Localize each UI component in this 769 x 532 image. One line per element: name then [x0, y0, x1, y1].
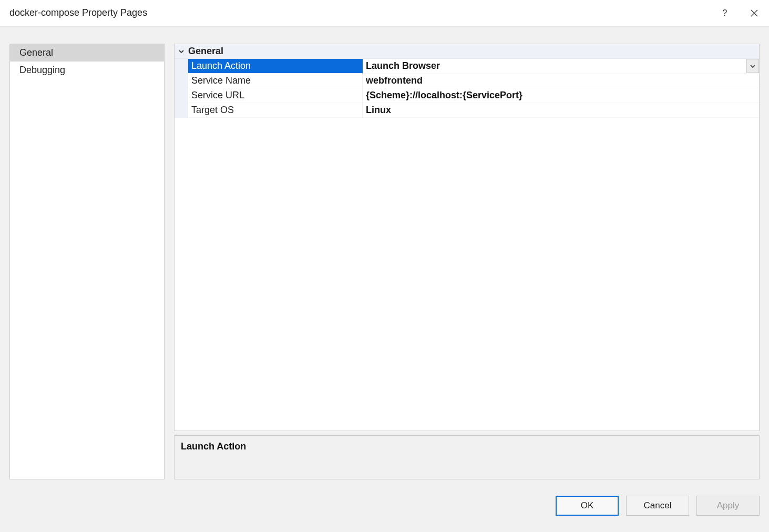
row-indent	[175, 103, 188, 118]
close-button[interactable]	[740, 0, 769, 26]
help-button[interactable]: ?	[710, 0, 740, 26]
property-row-service-url[interactable]: Service URL {Scheme}://localhost:{Servic…	[175, 88, 759, 103]
sidebar-item-general[interactable]: General	[10, 44, 164, 62]
sidebar-item-label: General	[19, 47, 53, 58]
category-sidebar: General Debugging	[9, 44, 165, 479]
property-value-text: Launch Browser	[366, 60, 440, 71]
property-pages-window: docker-compose Property Pages ? General …	[0, 0, 769, 532]
ok-button[interactable]: OK	[556, 496, 619, 516]
cancel-button[interactable]: Cancel	[626, 496, 689, 516]
property-row-target-os[interactable]: Target OS Linux	[175, 103, 759, 118]
property-name: Launch Action	[188, 59, 363, 74]
property-name: Service Name	[188, 74, 363, 88]
description-title: Launch Action	[181, 441, 753, 452]
property-group-header[interactable]: General	[175, 44, 759, 59]
close-icon	[751, 9, 758, 17]
property-value[interactable]: Linux	[363, 103, 759, 118]
property-value[interactable]: {Scheme}://localhost:{ServicePort}	[363, 88, 759, 103]
apply-button[interactable]: Apply	[696, 496, 760, 516]
titlebar: docker-compose Property Pages ?	[0, 0, 769, 26]
row-indent	[175, 74, 188, 88]
property-value-text: Linux	[366, 105, 391, 116]
property-value[interactable]: Launch Browser	[363, 59, 759, 74]
property-rows: Launch Action Launch Browser Service Nam…	[175, 59, 759, 118]
property-name: Service URL	[188, 88, 363, 103]
property-name: Target OS	[188, 103, 363, 118]
chevron-down-icon	[175, 48, 188, 55]
description-pane: Launch Action	[174, 435, 760, 479]
row-indent	[175, 88, 188, 103]
window-controls: ?	[710, 0, 769, 26]
sidebar-item-debugging[interactable]: Debugging	[10, 62, 164, 79]
chevron-down-icon	[750, 64, 755, 69]
property-value[interactable]: webfrontend	[363, 74, 759, 88]
sidebar-item-label: Debugging	[19, 65, 65, 75]
property-row-launch-action[interactable]: Launch Action Launch Browser	[175, 59, 759, 74]
dialog-footer: OK Cancel Apply	[0, 479, 769, 532]
property-row-service-name[interactable]: Service Name webfrontend	[175, 74, 759, 88]
dropdown-button[interactable]	[746, 59, 759, 73]
property-value-text: {Scheme}://localhost:{ServicePort}	[366, 90, 522, 101]
property-group-title: General	[188, 46, 223, 57]
window-title: docker-compose Property Pages	[9, 7, 147, 18]
dialog-body: General Debugging General Launch Action	[0, 26, 769, 479]
property-value-text: webfrontend	[366, 75, 423, 86]
property-grid: General Launch Action Launch Browser	[174, 44, 760, 431]
row-indent	[175, 59, 188, 74]
main-panel: General Launch Action Launch Browser	[174, 44, 760, 479]
